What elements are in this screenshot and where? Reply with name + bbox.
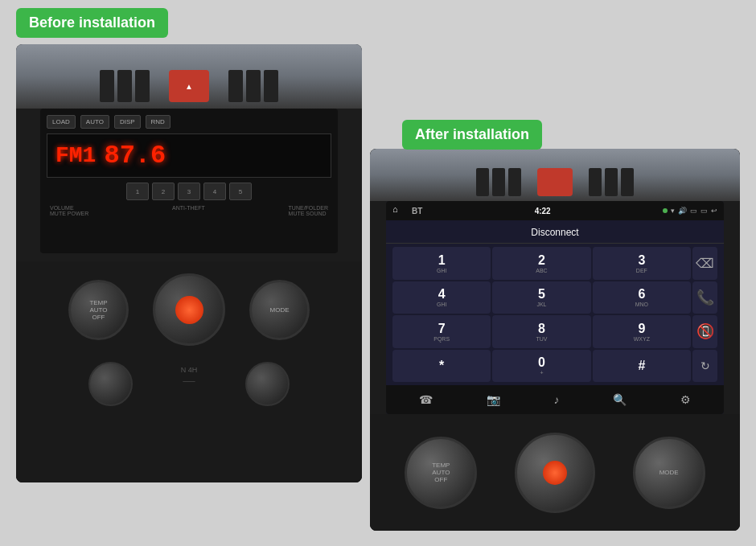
- main-container: Before installation ▲: [0, 0, 756, 546]
- vent-slot-6: [264, 70, 278, 102]
- after-installation-panel: After installation: [370, 8, 740, 531]
- after-knobs-area: TEMP AUTO OFF: [370, 414, 740, 531]
- hazard-button-before: ▲: [169, 70, 209, 102]
- dialer-key-hash[interactable]: #: [593, 350, 691, 383]
- before-installation-panel: Before installation ▲: [16, 8, 362, 482]
- vent-slot-3: [135, 70, 150, 102]
- wifi-icon: ▾: [671, 207, 675, 215]
- radio-display: FM1 87.6: [47, 133, 331, 178]
- status-icons-group: ▾ 🔊 ▭ ▭ ↩: [663, 207, 717, 215]
- after-center-knob[interactable]: [515, 433, 595, 513]
- phone-icon[interactable]: ☎: [419, 393, 433, 406]
- camera-icon[interactable]: 📷: [487, 393, 500, 406]
- label-anti-theft: ANTI-THEFT: [172, 205, 205, 216]
- before-car-image: ▲ LOAD AUTO DISP RND: [16, 44, 362, 482]
- dialer-backspace[interactable]: ⌫: [692, 247, 717, 280]
- radio-unit: LOAD AUTO DISP RND FM1 87.6 1 2 3: [40, 109, 338, 253]
- after-temp-knob-wrap: TEMP AUTO OFF: [405, 437, 477, 509]
- dialer-call-button[interactable]: 📞: [692, 281, 717, 314]
- preset-5[interactable]: 5: [229, 183, 252, 200]
- before-car-interior: ▲ LOAD AUTO DISP RND: [16, 44, 362, 482]
- mode-label: MODE: [270, 306, 290, 314]
- settings-icon[interactable]: ⚙: [680, 393, 691, 406]
- knob-inner-glow: [543, 461, 567, 485]
- dialer-key-9[interactable]: 9 WXYZ: [593, 315, 691, 348]
- android-bottom-bar: ☎ 📷 ♪ 🔍 ⚙: [386, 385, 724, 414]
- after-auto-label: AUTO: [432, 469, 450, 476]
- before-bottom-controls: N 4H___: [88, 362, 290, 406]
- radio-labels-row: VOLUMEMUTE POWER ANTI-THEFT TUNE/FOLDERM…: [47, 205, 331, 216]
- dialer-end-call[interactable]: 📵: [692, 315, 717, 348]
- battery-icon: ▭: [701, 207, 708, 215]
- home-icon[interactable]: ⌂: [392, 204, 405, 217]
- preset-4[interactable]: 4: [203, 183, 226, 200]
- radio-band: FM1: [55, 143, 96, 168]
- after-vent-3: [508, 168, 521, 196]
- radio-rnd-btn[interactable]: RND: [146, 115, 171, 129]
- music-icon[interactable]: ♪: [553, 393, 559, 406]
- bluetooth-label: BT: [412, 207, 422, 216]
- before-temp-knob-wrap: TEMP AUTO OFF: [68, 280, 129, 340]
- dialer-screen: Disconnect 1 GHI 2 ABC: [386, 220, 724, 414]
- dialer-key-4[interactable]: 4 GHI: [392, 281, 491, 314]
- dialer-key-star[interactable]: *: [392, 350, 491, 383]
- before-center-knob[interactable]: [153, 273, 225, 346]
- preset-2[interactable]: 2: [152, 183, 175, 200]
- after-center-knob-wrap: [515, 433, 595, 513]
- after-vent-5: [605, 168, 618, 196]
- radio-load-btn[interactable]: LOAD: [47, 115, 76, 129]
- after-mode-knob-wrap: MODE: [633, 437, 705, 509]
- page-background: Before installation ▲: [0, 0, 756, 546]
- power-icon: ↩: [711, 207, 717, 215]
- dialer-key-0[interactable]: 0 +: [492, 350, 590, 383]
- vent-slot-1: [100, 70, 114, 102]
- dialer-key-7[interactable]: 7 PQRS: [392, 315, 491, 348]
- preset-1[interactable]: 1: [126, 183, 149, 200]
- radio-auto-btn[interactable]: AUTO: [80, 115, 109, 129]
- radio-disp-btn[interactable]: DISP: [114, 115, 141, 129]
- before-temp-knob[interactable]: TEMP AUTO OFF: [68, 280, 129, 340]
- before-mode-knob[interactable]: MODE: [249, 280, 310, 340]
- dialer-key-6[interactable]: 6 MNO: [593, 281, 691, 314]
- screen-icon: ▭: [690, 207, 697, 215]
- before-mode-knob-wrap: MODE: [249, 280, 310, 340]
- after-temp-label: TEMP: [432, 462, 450, 469]
- dialer-key-3[interactable]: 3 DEF: [593, 247, 691, 280]
- vent-slot-2: [117, 70, 132, 102]
- after-mode-knob[interactable]: MODE: [633, 437, 705, 509]
- temp-label: TEMP: [89, 299, 107, 306]
- vent-slot-4: [228, 70, 243, 102]
- after-vent-6: [621, 168, 634, 196]
- status-time: 4:22: [429, 207, 656, 216]
- after-off-label: OFF: [434, 476, 447, 483]
- after-temp-knob[interactable]: TEMP AUTO OFF: [405, 437, 477, 509]
- dialer-key-1[interactable]: 1 GHI: [392, 247, 491, 280]
- after-mode-label: MODE: [659, 469, 679, 476]
- after-car-image: ⌂ BT 4:22 ▾ 🔊 ▭ ▭ ↩: [370, 149, 740, 531]
- before-bottom-label: N 4H___: [181, 366, 198, 406]
- before-knob-small-left[interactable]: [88, 362, 133, 406]
- dialer-key-5[interactable]: 5 JKL: [492, 281, 590, 314]
- dialer-key-2[interactable]: 2 ABC: [492, 247, 590, 280]
- after-vent-1: [476, 168, 489, 196]
- dialer-title: Disconnect: [386, 220, 724, 244]
- vent-slot-5: [246, 70, 261, 102]
- volume-icon: 🔊: [678, 207, 687, 215]
- auto-label: AUTO: [89, 306, 107, 314]
- preset-3[interactable]: 3: [178, 183, 200, 200]
- label-volume: VOLUMEMUTE POWER: [50, 205, 88, 216]
- hazard-button-after: [537, 168, 573, 196]
- after-vent-2: [492, 168, 505, 196]
- after-car-interior: ⌂ BT 4:22 ▾ 🔊 ▭ ▭ ↩: [370, 149, 740, 531]
- before-knob-small-right[interactable]: [245, 362, 290, 406]
- search-icon[interactable]: 🔍: [613, 393, 627, 406]
- before-badge: Before installation: [16, 8, 168, 38]
- after-badge: After installation: [402, 120, 542, 150]
- dialer-refresh[interactable]: ↻: [692, 350, 717, 383]
- before-knob-row: TEMP AUTO OFF: [68, 273, 310, 346]
- android-screen[interactable]: ⌂ BT 4:22 ▾ 🔊 ▭ ▭ ↩: [386, 201, 724, 414]
- dialer-key-8[interactable]: 8 TUV: [492, 315, 590, 348]
- android-status-bar: ⌂ BT 4:22 ▾ 🔊 ▭ ▭ ↩: [386, 201, 724, 220]
- off-label: OFF: [89, 314, 107, 321]
- radio-frequency: 87.6: [104, 141, 166, 170]
